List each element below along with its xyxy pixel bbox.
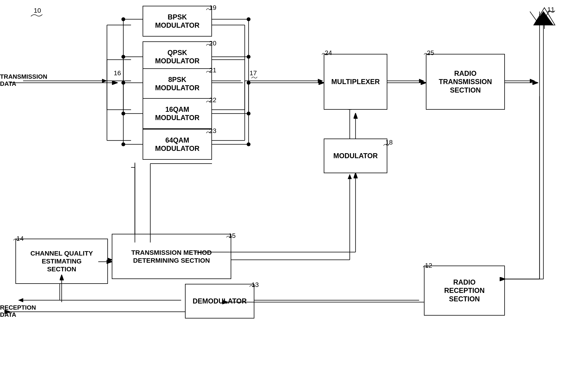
svg-point-93 <box>247 17 251 21</box>
transmission-data-label: TRANSMISSIONDATA <box>0 73 39 87</box>
ref-16: 16 <box>114 69 121 77</box>
svg-marker-33 <box>348 174 352 179</box>
tilde-19 <box>206 8 212 11</box>
tilde-13 <box>250 284 255 287</box>
svg-point-92 <box>247 55 251 59</box>
svg-point-89 <box>121 17 125 21</box>
svg-point-91 <box>121 142 125 146</box>
radio-rx-box: RADIORECEPTIONSECTION <box>424 266 505 316</box>
svg-marker-1 <box>102 79 107 83</box>
tilde-24 <box>322 52 328 55</box>
tilde-18 <box>383 143 389 146</box>
svg-point-87 <box>247 81 251 85</box>
svg-marker-24 <box>530 79 535 83</box>
qpsk-modulator-box: QPSKMODULATOR <box>143 41 212 72</box>
tx-method-box: TRANSMISSION METHODDETERMINING SECTION <box>112 234 231 279</box>
qam64-modulator-box: 64QAMMODULATOR <box>143 129 212 160</box>
svg-marker-20 <box>318 79 323 83</box>
svg-marker-41 <box>18 298 23 302</box>
multiplexer-box: MULTIPLEXER <box>324 54 387 110</box>
tilde-20 <box>206 43 212 46</box>
svg-marker-22 <box>419 79 424 83</box>
demodulator-box: DEMODULATOR <box>185 284 254 319</box>
tilde-10 <box>31 14 42 17</box>
channel-quality-box: CHANNEL QUALITYESTIMATINGSECTION <box>15 239 108 284</box>
ref-10: 10 <box>34 7 41 14</box>
tilde-15 <box>226 235 232 238</box>
tilde-22 <box>206 100 212 103</box>
tilde-25 <box>424 52 430 55</box>
svg-point-95 <box>247 142 251 146</box>
svg-point-94 <box>247 112 251 115</box>
svg-point-90 <box>121 112 125 115</box>
bpsk-modulator-box: BPSKMODULATOR <box>143 6 212 37</box>
tilde-23 <box>206 131 212 134</box>
tilde-21 <box>206 70 212 99</box>
ref-17: 17 <box>250 69 257 77</box>
tilde-14 <box>14 238 19 241</box>
reception-data-label: RECEPTION DATA <box>0 304 42 318</box>
antenna-symbol <box>532 6 557 29</box>
svg-point-86 <box>121 81 125 85</box>
diagram: 10 11 TRANSMISSIONDATA BPSKMODULATOR 19 … <box>0 0 570 392</box>
svg-marker-96 <box>534 8 555 25</box>
psk8-modulator-box: 8PSKMODULATOR <box>143 68 212 99</box>
tilde-17 <box>252 76 257 79</box>
tilde-12 <box>423 265 429 268</box>
qam16-modulator-box: 16QAMMODULATOR <box>143 98 212 129</box>
svg-point-88 <box>121 55 125 59</box>
modulator-box: MODULATOR <box>324 139 387 173</box>
radio-tx-box: RADIOTRANSMISSIONSECTION <box>426 54 505 110</box>
